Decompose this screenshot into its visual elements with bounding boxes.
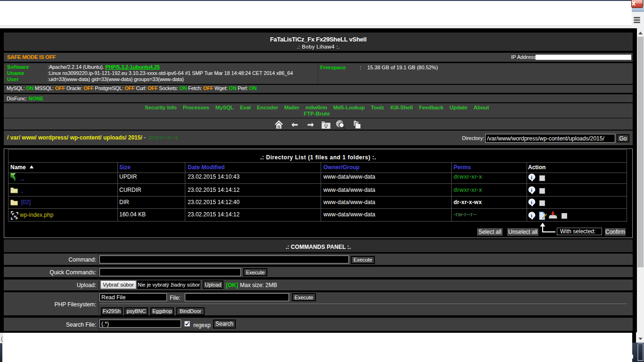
svg-text:i: i — [531, 199, 532, 205]
svg-text:P: P — [16, 216, 18, 220]
svg-text:i: i — [531, 187, 532, 192]
svg-text:i: i — [531, 213, 532, 218]
svg-text:i: i — [531, 174, 532, 180]
